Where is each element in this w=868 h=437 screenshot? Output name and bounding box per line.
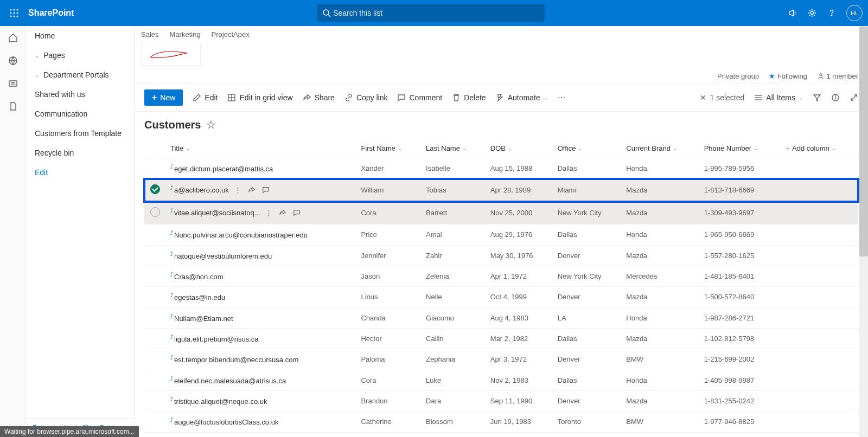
row-selected-icon[interactable] [150,184,160,194]
cell-title[interactable]: Nullam@Etiam.net [174,314,233,323]
left-nav-item[interactable]: Home [26,26,134,46]
cell-last: Zelenia [422,266,486,286]
news-icon[interactable] [8,78,18,89]
cell-title[interactable]: vitae.aliquet@sociisnatoq... [174,209,260,217]
cell-office: New York City [553,202,622,224]
table-row[interactable]: ⤴ligula.elit.pretium@risus.caHectorCaili… [144,328,858,349]
column-header[interactable]: Title⌄ [166,139,356,158]
hub-nav-item[interactable]: Sales [141,30,159,38]
cell-title[interactable]: a@aclibero.co.uk [174,186,229,194]
hub-nav-item[interactable]: Marketing [170,30,201,38]
clear-selection[interactable]: ✕ 1 selected [700,93,744,102]
cell-title[interactable]: egestas@in.edu [174,294,225,302]
cell-title[interactable]: natoque@vestibulumlorem.edu [174,252,272,260]
home-icon[interactable] [8,33,18,43]
new-button[interactable]: +New [144,89,183,106]
row-select-circle[interactable] [150,207,160,217]
column-header[interactable]: Current Brand⌄ [622,139,699,158]
scrollbar[interactable] [859,26,868,437]
table-row[interactable]: ⤴Cras@non.comJasonZeleniaApr 1, 1972New … [144,266,858,286]
filter-icon[interactable] [813,93,821,102]
favorite-icon[interactable]: ☆ [206,118,216,131]
cell-title[interactable]: Cras@non.com [174,273,224,281]
members-count[interactable]: 1 member [817,72,858,80]
cell-brand: Mazda [622,179,699,202]
svg-point-6 [10,16,12,17]
cell-title[interactable]: est.tempor.bibendum@neccursusa.com [174,356,298,364]
cell-title[interactable]: ligula.elit.pretium@risus.ca [174,335,259,343]
table-row[interactable]: ⤴a@aclibero.co.uk⋮WilliamTobiasApr 28, 1… [144,179,858,202]
table-row[interactable]: ⤴tristique.aliquet@neque.co.ukBrandonDar… [144,390,858,411]
table-row[interactable]: ⤴eleifend.nec.malesuada@atrisus.caCoraLu… [144,370,858,390]
row-more-icon[interactable]: ⋮ [234,186,241,195]
left-nav-item[interactable]: Customers from Template [26,124,134,143]
cell-title[interactable]: eleifend.nec.malesuada@atrisus.ca [174,377,286,385]
hub-nav-item[interactable]: ProjectApex [212,30,250,38]
table-row[interactable]: ⤴est.tempor.bibendum@neccursusa.comPalom… [144,349,858,370]
add-column-button[interactable]: +Add column⌄ [782,139,859,158]
share-button[interactable]: Share [303,93,335,102]
left-nav-item[interactable]: Communication [26,104,134,124]
row-more-icon[interactable]: ⋮ [265,209,272,218]
left-nav-item[interactable]: Shared with us [26,85,134,104]
row-share-icon[interactable] [248,186,256,195]
table-row[interactable]: ⤴vitae.aliquet@sociisnatoq...⋮CoraBarret… [144,202,858,224]
cell-title[interactable]: eget.dictum.placerat@mattis.ca [174,165,273,173]
left-nav-item[interactable]: Recycle bin [26,143,134,163]
cell-title[interactable]: Nunc.pulvinar.arcu@conubianostraper.edu [174,232,308,240]
row-comment-icon[interactable] [293,209,301,218]
cell-office: Dallas [553,224,622,245]
gear-icon[interactable] [807,8,817,18]
expand-icon[interactable] [850,93,858,102]
search-box[interactable] [317,4,545,22]
info-icon[interactable] [831,93,840,102]
cell-phone: 1-987-286-2721 [700,307,782,328]
cell-first: Brandon [356,390,422,411]
left-nav-item[interactable]: ⌄Pages [26,46,134,65]
left-nav-label: Home [35,31,55,40]
table-row[interactable]: ⤴nulla@ametlorem.co.ukNoraCandaceDec 13,… [144,432,858,437]
app-launcher-icon[interactable] [5,4,23,22]
link-indicator-icon: ⤴ [170,251,173,257]
globe-icon[interactable] [8,55,18,66]
delete-button[interactable]: Delete [452,93,486,102]
cell-brand: BMW [622,412,699,432]
svg-point-17 [820,74,822,76]
column-header[interactable]: Phone Number⌄ [700,139,782,158]
automate-button[interactable]: Automate ⌄ [496,93,548,102]
more-button[interactable]: ⋯ [558,93,565,102]
left-nav-edit[interactable]: Edit [26,163,134,182]
hub-nav: SalesMarketingProjectApex [135,26,868,41]
cell-title[interactable]: tristique.aliquet@neque.co.uk [174,397,267,406]
site-logo[interactable] [141,43,201,66]
brand-name[interactable]: SharePoint [28,8,74,18]
copy-link-button[interactable]: Copy link [344,93,388,102]
group-type: Private group [717,72,759,80]
help-icon[interactable] [827,8,837,18]
column-header[interactable]: DOB⌄ [486,139,553,158]
search-input[interactable] [333,9,539,17]
svg-point-12 [831,15,832,16]
comment-button[interactable]: Comment [397,93,442,102]
view-selector[interactable]: All Items ⌄ [754,93,803,102]
table-row[interactable]: ⤴natoque@vestibulumlorem.eduJenniferZahi… [144,245,858,266]
row-comment-icon[interactable] [262,186,270,195]
edit-button[interactable]: Edit [193,93,218,102]
column-header[interactable]: Last Name⌄ [422,139,486,158]
left-nav-label: Department Portals [43,70,109,79]
user-avatar[interactable]: HL [846,5,863,21]
table-row[interactable]: ⤴eget.dictum.placerat@mattis.caXanderIsa… [144,158,858,179]
cell-title[interactable]: augue@luctuslobortisClass.co.uk [174,419,278,427]
table-row[interactable]: ⤴Nunc.pulvinar.arcu@conubianostraper.edu… [144,224,858,245]
edit-grid-button[interactable]: Edit in grid view [227,93,292,102]
table-row[interactable]: ⤴egestas@in.eduLinusNelleOct 4, 1999Denv… [144,287,858,307]
column-header[interactable]: First Name⌄ [356,139,422,158]
megaphone-icon[interactable] [788,8,797,18]
table-row[interactable]: ⤴augue@luctuslobortisClass.co.ukCatherin… [144,412,858,432]
files-icon[interactable] [8,101,18,112]
row-share-icon[interactable] [279,209,286,218]
column-header[interactable]: Office⌄ [553,139,622,158]
table-row[interactable]: ⤴Nullam@Etiam.netChandaGiacomoAug 4, 198… [144,307,858,328]
left-nav-item[interactable]: ⌄Department Portals [26,65,134,85]
following-toggle[interactable]: ★ Following [769,72,807,80]
